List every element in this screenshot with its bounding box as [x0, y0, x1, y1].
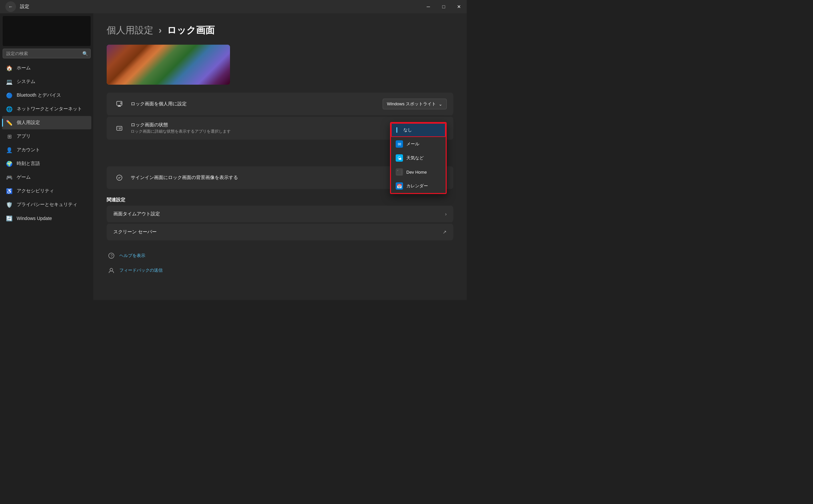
minimize-button[interactable]: ─: [421, 0, 436, 13]
home-icon: 🏠: [6, 65, 13, 71]
signin-bg-icon: [113, 172, 125, 184]
bluetooth-icon: 🔵: [6, 92, 13, 99]
help-link[interactable]: ? ヘルプを表示: [107, 248, 453, 263]
breadcrumb: 個人用設定 › ロック画面: [107, 24, 453, 37]
dropdown-label-calendar: カレンダー: [406, 183, 428, 189]
dropdown-item-calendar[interactable]: 📅カレンダー: [391, 179, 446, 193]
accessibility-icon: ♿: [6, 188, 13, 194]
maximize-button[interactable]: □: [436, 0, 451, 13]
network-icon: 🌐: [6, 106, 13, 112]
apps-icon: ⊞: [6, 133, 13, 140]
lock-background-text: ロック画面を個人用に設定: [131, 101, 383, 107]
screensaver-external-icon: ↗: [443, 229, 447, 235]
lock-background-control: Windows スポットライト ⌄: [383, 99, 447, 109]
accounts-icon: 👤: [6, 147, 13, 153]
signin-bg-text: サインイン画面にロック画面の背景画像を表示する: [131, 175, 432, 181]
svg-rect-2: [118, 106, 121, 107]
personalization-icon: ✏️: [6, 119, 13, 126]
dropdown-label-none: なし: [403, 127, 412, 133]
dropdown-cursor-none: [396, 127, 397, 133]
sidebar-item-network[interactable]: 🌐ネットワークとインターネット: [2, 102, 91, 116]
gaming-icon: 🎮: [6, 174, 13, 181]
main-content: 個人用設定 › ロック画面 ロック画面を個人用に設定: [93, 13, 467, 300]
sidebar-item-label-personalization: 個人用設定: [17, 120, 40, 126]
sidebar-item-label-privacy: プライバシーとセキュリティ: [17, 202, 77, 208]
breadcrumb-parent[interactable]: 個人用設定: [107, 25, 153, 35]
sidebar-item-privacy[interactable]: 🛡️プライバシーとセキュリティ: [2, 198, 91, 211]
svg-rect-7: [119, 129, 121, 129]
windows-update-icon: 🔄: [6, 215, 13, 222]
search-box: 🔍: [3, 49, 91, 58]
related-settings-title: 関連設定: [107, 197, 453, 203]
dropdown-item-devhome[interactable]: ⬛Dev Home: [391, 165, 446, 179]
sidebar-item-datetime[interactable]: 🌍時刻と言語: [2, 157, 91, 170]
lock-status-dropdown-menu: なし✉メール🌤天気など⬛Dev Home📅カレンダー: [390, 122, 447, 194]
sidebar-item-accounts[interactable]: 👤アカウント: [2, 143, 91, 157]
sidebar-item-label-home: ホーム: [17, 65, 31, 71]
svg-text:?: ?: [111, 254, 113, 258]
lockscreen-overlay: [107, 45, 230, 85]
svg-rect-6: [119, 128, 121, 128]
back-button[interactable]: ←: [5, 1, 16, 12]
lock-background-value: Windows スポットライト: [387, 101, 436, 107]
lock-background-chevron: ⌄: [439, 102, 442, 107]
signin-bg-title: サインイン画面にロック画面の背景画像を表示する: [131, 175, 432, 181]
lockscreen-preview: [107, 45, 230, 85]
sidebar-item-apps[interactable]: ⊞アプリ: [2, 130, 91, 143]
screen-timeout-title: 画面タイムアウト設定: [113, 211, 160, 217]
lock-status-icon: [113, 122, 125, 134]
dropdown-item-icon-mail: ✉: [396, 140, 403, 148]
screensaver-row[interactable]: スクリーン セーバー ↗: [107, 224, 453, 240]
user-avatar: [3, 16, 91, 46]
sidebar-item-label-bluetooth: Bluetooth とデバイス: [17, 92, 61, 98]
privacy-icon: 🛡️: [6, 201, 13, 208]
sidebar-item-label-apps: アプリ: [17, 133, 31, 139]
sidebar-item-gaming[interactable]: 🎮ゲーム: [2, 171, 91, 184]
lock-background-row: ロック画面を個人用に設定 Windows スポットライト ⌄: [107, 93, 453, 115]
svg-point-5: [118, 128, 118, 128]
svg-point-11: [110, 268, 113, 271]
sidebar-item-label-gaming: ゲーム: [17, 174, 31, 180]
lock-background-icon: [113, 98, 125, 110]
sidebar-item-home[interactable]: 🏠ホーム: [2, 61, 91, 75]
sidebar-item-system[interactable]: 💻システム: [2, 75, 91, 88]
sidebar-item-accessibility[interactable]: ♿アクセシビリティ: [2, 184, 91, 198]
feedback-link[interactable]: フィードバックの送信: [107, 263, 453, 278]
sidebar-item-label-network: ネットワークとインターネット: [17, 106, 82, 112]
breadcrumb-separator: ›: [159, 25, 162, 35]
dropdown-label-mail: メール: [406, 141, 419, 147]
window-controls: ─ □ ✕: [421, 0, 467, 13]
dropdown-item-weather[interactable]: 🌤天気など: [391, 151, 446, 165]
sidebar-item-label-accounts: アカウント: [17, 147, 40, 153]
app-container: 🔍 🏠ホーム💻システム🔵Bluetooth とデバイス🌐ネットワークとインターネ…: [0, 13, 467, 300]
svg-rect-4: [117, 126, 122, 130]
app-title: 設定: [20, 4, 29, 10]
sidebar-item-personalization[interactable]: ✏️個人用設定: [2, 116, 91, 129]
sidebar: 🔍 🏠ホーム💻システム🔵Bluetooth とデバイス🌐ネットワークとインターネ…: [0, 13, 93, 300]
screen-timeout-row[interactable]: 画面タイムアウト設定 ›: [107, 206, 453, 222]
search-input[interactable]: [3, 49, 91, 58]
dropdown-label-devhome: Dev Home: [406, 170, 427, 175]
lock-background-title: ロック画面を個人用に設定: [131, 101, 383, 107]
sidebar-item-label-datetime: 時刻と言語: [17, 161, 40, 167]
dropdown-item-mail[interactable]: ✉メール: [391, 137, 446, 151]
dropdown-item-icon-calendar: 📅: [396, 182, 403, 190]
breadcrumb-current: ロック画面: [167, 25, 215, 35]
system-icon: 💻: [6, 78, 13, 85]
search-icon[interactable]: 🔍: [82, 51, 88, 56]
dropdown-item-none[interactable]: なし: [391, 123, 446, 137]
help-section: ? ヘルプを表示 フィードバックの送信: [107, 248, 453, 278]
dropdown-item-icon-devhome: ⬛: [396, 168, 403, 176]
title-bar: ← 設定 ─ □ ✕: [0, 0, 467, 13]
sidebar-item-windows-update[interactable]: 🔄Windows Update: [2, 212, 91, 225]
sidebar-item-label-windows-update: Windows Update: [17, 216, 52, 221]
lock-background-dropdown[interactable]: Windows スポットライト ⌄: [383, 99, 447, 109]
sidebar-item-bluetooth[interactable]: 🔵Bluetooth とデバイス: [2, 89, 91, 102]
dropdown-label-weather: 天気など: [406, 155, 424, 161]
close-button[interactable]: ✕: [451, 0, 467, 13]
datetime-icon: 🌍: [6, 160, 13, 167]
screensaver-title: スクリーン セーバー: [113, 229, 157, 235]
screen-timeout-chevron: ›: [445, 211, 447, 217]
sidebar-item-label-accessibility: アクセシビリティ: [17, 188, 54, 194]
lock-status-row: ロック画面の状態 ロック画面に詳細な状態を表示するアプリを選択します なし✉メー…: [107, 117, 453, 140]
